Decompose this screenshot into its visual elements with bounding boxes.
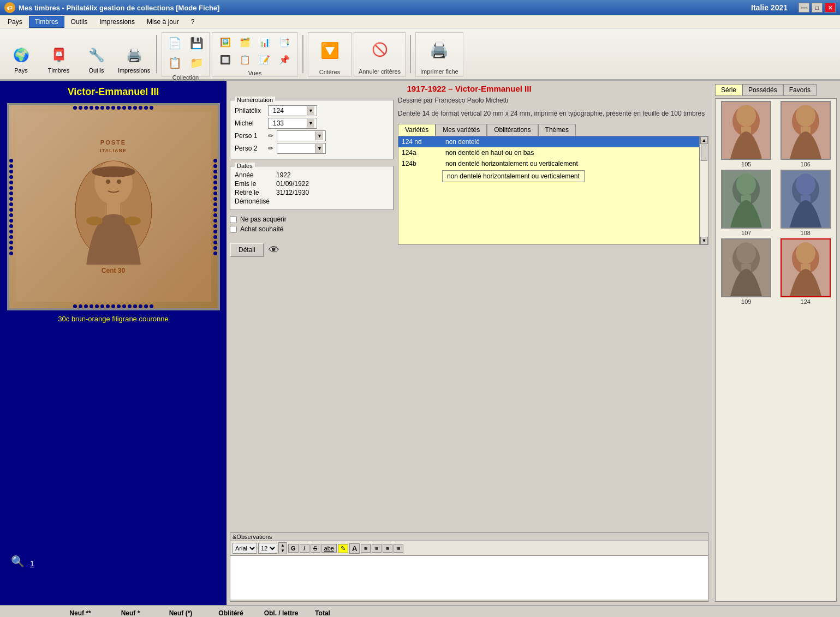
thumb-svg-106 [782,102,830,159]
obs-bold-btn[interactable]: G [288,544,299,553]
stamp-thumb-img-108[interactable] [781,170,831,229]
vues-btn5[interactable]: 🔲 [216,51,235,68]
achat-checkbox[interactable] [230,226,237,233]
numerotation-legend: Numérotation [235,97,275,103]
nepas-checkbox[interactable] [230,216,237,223]
tab-themes[interactable]: Thèmes [538,124,576,136]
col-neuf1: Neuf * [105,609,156,617]
eye-icon[interactable]: 👁 [269,244,279,256]
obs-font-color-btn[interactable]: A [349,543,360,554]
stamp-thumb-108: 108 [777,170,835,236]
michel-input[interactable]: 133 ▼ [268,118,317,129]
obs-align-justify-btn[interactable]: ≡ [394,544,403,553]
vues-btn6[interactable]: 📋 [236,51,254,68]
obs-align-right-btn[interactable]: ≡ [383,544,392,553]
tab-content-area: 124 nd non dentelé 124a non dentelé en h… [398,136,708,245]
collection-btn2[interactable]: 💾 [186,34,207,52]
philatelix-dropdown[interactable]: ▼ [307,106,314,115]
achat-row: Achat souhaité [230,225,394,233]
col-oblitere: Oblitéré [206,609,256,617]
obs-font-size[interactable]: 12 [258,543,277,554]
detail-btn[interactable]: Détail [230,243,264,257]
thumb-svg-108 [782,171,830,227]
demonetise-label: Démonétisé [235,197,273,205]
perso1-pen[interactable]: ✏ [268,132,273,140]
philatelix-input[interactable]: 124 ▼ [268,105,317,116]
impressions-btn[interactable]: 🖨️ Impressions [116,41,152,77]
right-tab-possedes[interactable]: Possédés [742,84,783,96]
variety-row-selected[interactable]: 124 nd non dentelé [398,136,699,147]
stamp-thumb-109: 109 [718,238,775,305]
maximize-btn[interactable]: □ [812,3,823,13]
stamp-number-link[interactable]: 1 [30,559,34,568]
outils-btn[interactable]: 🔧 Outils [79,41,114,77]
stamp-thumb-img-107[interactable] [721,170,771,229]
obs-align-left-btn[interactable]: ≡ [361,544,371,553]
close-btn[interactable]: ✕ [825,3,836,13]
obs-textarea[interactable] [230,556,708,600]
vues-btn4[interactable]: 📑 [275,34,294,50]
checkboxes-area: Ne pas acquérir Achat souhaité [230,213,394,237]
obs-under-btn[interactable]: abe [321,544,337,553]
vues-btn3[interactable]: 📊 [255,34,274,50]
stamp-thumb-img-106[interactable] [781,101,831,160]
obs-color-btn[interactable]: ✎ [338,544,348,553]
stamp-thumb-img-109[interactable] [721,238,771,297]
timbres-btn[interactable]: 📮 Timbres [41,41,76,77]
michel-dropdown[interactable]: ▼ [307,119,314,128]
scroll-down-btn[interactable]: ▼ [700,237,708,244]
vues-btn7[interactable]: 📝 [255,51,274,68]
tab-varietes[interactable]: Variétés [398,124,436,136]
variety-row-2[interactable]: 124b non dentelé horizontalement ou vert… [398,158,699,169]
imprimer-fiche-icon[interactable]: 🖨️ [430,41,449,59]
collection-btn1[interactable]: 📄 [164,34,185,52]
tab-mes-varietes[interactable]: Mes variétés [436,124,487,136]
menu-help[interactable]: ? [186,16,200,28]
stamp-thumb-img-124[interactable] [781,238,831,297]
right-tab-favoris[interactable]: Favoris [783,84,817,96]
toolbar: 🌍 Pays 📮 Timbres 🔧 Outils 🖨️ Impressions… [0,28,840,80]
stamp-num-109: 109 [741,298,751,305]
retirele-row: Retiré le 31/12/1930 [235,189,389,196]
sep2 [302,35,303,73]
stamp-thumb-img-105[interactable] [721,101,771,160]
scroll-up-btn[interactable]: ▲ [700,136,708,144]
menu-maj[interactable]: Mise à jour [141,16,184,28]
obs-size-up[interactable]: ▲ [279,543,287,548]
form-column: Numérotation Philatélix 124 ▼ Michel 133 [230,97,394,529]
stamp-inner: POSTE ITALIANE [16,112,211,302]
obs-align-center-btn[interactable]: ≡ [372,544,382,553]
minimize-btn[interactable]: — [799,3,809,13]
right-title: Italie 2021 [751,3,788,12]
obs-italic-btn[interactable]: I [300,544,309,553]
obs-strike-btn[interactable]: S [311,544,320,553]
criteres-icon[interactable]: 🔽 [320,41,339,59]
perso2-pen[interactable]: ✏ [268,145,273,152]
zoom-btn[interactable]: 🔍 [11,555,25,568]
annuler-criteres-icon[interactable]: 🚫 [372,42,388,57]
vues-btn8[interactable]: 📌 [275,51,294,68]
perso1-input[interactable]: ▼ [277,130,326,141]
obs-font-family[interactable]: Arial [233,543,257,554]
collection-btn4[interactable]: 📁 [186,53,207,72]
tab-obliterations[interactable]: Oblitérations [487,124,538,136]
right-tab-serie[interactable]: Série [715,84,742,96]
variety-row-1[interactable]: 124a non dentelé en haut ou en bas [398,147,699,158]
collection-label: Collection [172,74,199,81]
perso1-dropdown[interactable]: ▼ [315,131,323,140]
michel-row: Michel 133 ▼ [235,118,389,129]
menu-pays[interactable]: Pays [2,16,28,28]
vues-btn2[interactable]: 🗂️ [236,34,254,50]
perso2-dropdown[interactable]: ▼ [315,144,323,153]
menu-outils[interactable]: Outils [65,16,93,28]
menu-impressions[interactable]: Impressions [94,16,140,28]
vues-btn1[interactable]: 🖼️ [216,34,235,50]
scroll-thumb[interactable] [701,145,707,161]
collection-btn3[interactable]: 📋 [164,53,185,72]
tab-scrollbar[interactable]: ▲ ▼ [700,136,708,245]
obs-size-down[interactable]: ▼ [279,548,287,554]
menu-timbres[interactable]: Timbres [29,16,64,28]
variety-tooltip: non dentelé horizontalement ou verticale… [442,170,585,182]
perso2-input[interactable]: ▼ [277,143,326,154]
pays-btn[interactable]: 🌍 Pays [3,41,39,77]
